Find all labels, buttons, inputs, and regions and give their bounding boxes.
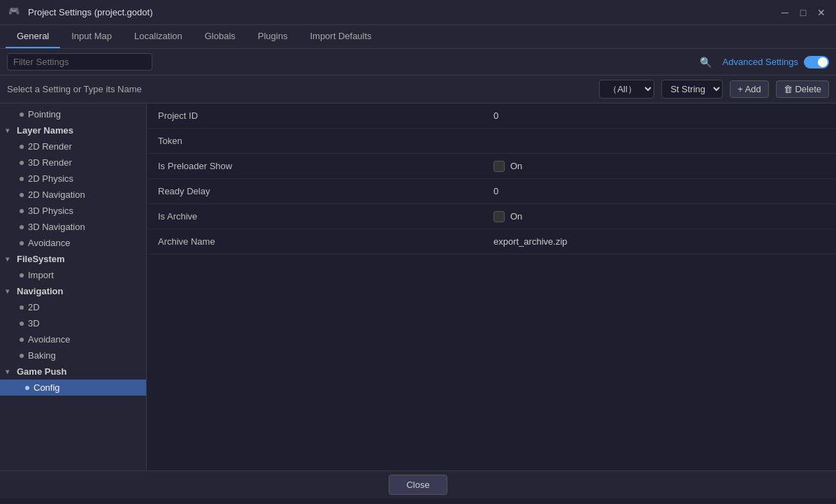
sidebar-item-game-push[interactable]: ▾ Game Push: [0, 363, 146, 380]
sidebar-item-label: 2D Physics: [28, 173, 73, 184]
dot-icon: [20, 273, 24, 278]
advanced-settings-label: Advanced Settings: [723, 57, 798, 67]
close-button[interactable]: Close: [389, 475, 447, 495]
add-button[interactable]: + Add: [730, 80, 769, 98]
tab-import-defaults[interactable]: Import Defaults: [298, 25, 382, 48]
category-select[interactable]: （All）: [599, 80, 654, 99]
sidebar-item-label: Avoidance: [28, 238, 70, 248]
tab-input-map[interactable]: Input Map: [60, 25, 123, 48]
sidebar-item-2d-physics[interactable]: 2D Physics: [0, 171, 146, 187]
content-area: Project ID 0 Token Is Preloader Show On …: [147, 103, 836, 470]
dot-icon: [20, 225, 24, 229]
main-area: Pointing ▾ Layer Names 2D Render 3D Rend…: [0, 103, 836, 470]
dot-icon: [20, 354, 24, 358]
sidebar-item-filesystem[interactable]: ▾ FileSystem: [0, 251, 146, 267]
sidebar-item-layer-names[interactable]: ▾ Layer Names: [0, 122, 146, 138]
sidebar-item-3d-navigation[interactable]: 3D Navigation: [0, 219, 146, 235]
sidebar-item-navigation[interactable]: ▾ Navigation: [0, 283, 146, 299]
sidebar-item-nav-avoidance[interactable]: Avoidance: [0, 331, 146, 347]
toolbar: 🔍 Advanced Settings: [0, 49, 836, 75]
sidebar-item-label: Pointing: [28, 109, 61, 120]
sidebar-item-3d-render[interactable]: 3D Render: [0, 154, 146, 171]
on-label-archive: On: [510, 211, 522, 222]
sidebar-item-label: 3D Render: [28, 157, 72, 168]
dot-icon: [20, 209, 24, 213]
sidebar-item-pointing[interactable]: Pointing: [0, 106, 146, 122]
dot-icon: [20, 161, 24, 165]
setting-value-is-archive: On: [482, 206, 836, 228]
setting-row-token: Token: [147, 129, 836, 154]
sidebar-item-label: Navigation: [17, 286, 63, 296]
setting-row-archive-name: Archive Name export_archive.zip: [147, 229, 836, 254]
sidebar-item-label: 2D: [28, 302, 40, 312]
sidebar-item-label: Layer Names: [17, 125, 73, 136]
dot-icon: [25, 386, 29, 390]
on-label-preloader: On: [510, 161, 522, 171]
close-button[interactable]: ✕: [815, 6, 828, 19]
setting-label-is-archive: Is Archive: [147, 206, 482, 227]
setting-label-project-id: Project ID: [147, 105, 482, 127]
checkbox-is-archive[interactable]: [493, 211, 505, 222]
setting-row-project-id: Project ID 0: [147, 103, 836, 129]
search-icon: 🔍: [700, 57, 712, 68]
dot-icon: [20, 113, 24, 117]
sidebar-item-nav-3d[interactable]: 3D: [0, 315, 146, 331]
sidebar-item-label: Avoidance: [28, 334, 70, 345]
filter-row: Select a Setting or Type its Name （All） …: [0, 75, 836, 103]
dot-icon: [20, 338, 24, 342]
sidebar-item-label: Config: [34, 382, 60, 393]
sidebar-item-2d-render[interactable]: 2D Render: [0, 138, 146, 154]
minimize-button[interactable]: ─: [779, 6, 791, 19]
setting-label-ready-delay: Ready Delay: [147, 180, 482, 202]
sidebar-item-nav-2d[interactable]: 2D: [0, 299, 146, 315]
setting-row-is-archive: Is Archive On: [147, 204, 836, 229]
sidebar-item-label: 3D: [28, 318, 40, 329]
dot-icon: [20, 241, 24, 245]
sidebar-item-import[interactable]: Import: [0, 267, 146, 283]
setting-label-archive-name: Archive Name: [147, 231, 482, 252]
setting-label-is-preloader-show: Is Preloader Show: [147, 155, 482, 177]
tab-bar: General Input Map Localization Globals P…: [0, 25, 836, 49]
tab-localization[interactable]: Localization: [123, 25, 194, 48]
sidebar-item-avoidance-layer[interactable]: Avoidance: [0, 235, 146, 251]
sidebar-item-label: Baking: [28, 350, 56, 361]
setting-label-token: Token: [147, 130, 482, 152]
sidebar: Pointing ▾ Layer Names 2D Render 3D Rend…: [0, 103, 147, 470]
advanced-settings-toggle[interactable]: [804, 56, 829, 69]
sidebar-item-label: Import: [28, 270, 54, 280]
search-input[interactable]: [7, 53, 152, 71]
sidebar-item-label: 3D Physics: [28, 206, 73, 216]
maximize-button[interactable]: □: [797, 6, 809, 19]
setting-value-archive-name: export_archive.zip: [482, 231, 836, 252]
title-bar: 🎮 Project Settings (project.godot) ─ □ ✕: [0, 0, 836, 25]
setting-value-project-id: 0: [482, 105, 836, 127]
sidebar-item-config[interactable]: Config: [0, 380, 146, 396]
bottom-bar: Close: [0, 470, 836, 498]
sidebar-item-label: 2D Render: [28, 141, 72, 152]
title-bar-left: 🎮 Project Settings (project.godot): [8, 6, 152, 20]
arrow-icon: ▾: [6, 255, 13, 263]
checkbox-is-preloader-show[interactable]: [493, 161, 505, 172]
type-select[interactable]: St String: [661, 80, 723, 99]
dot-icon: [20, 145, 24, 149]
app-icon: 🎮: [8, 6, 22, 20]
tab-plugins[interactable]: Plugins: [247, 25, 299, 48]
dot-icon: [20, 305, 24, 310]
tab-general[interactable]: General: [6, 25, 60, 48]
sidebar-item-label: FileSystem: [17, 254, 65, 264]
sidebar-item-label: 2D Navigation: [28, 189, 85, 200]
tab-globals[interactable]: Globals: [194, 25, 247, 48]
delete-button[interactable]: 🗑 Delete: [776, 80, 829, 98]
sidebar-item-label: 3D Navigation: [28, 222, 85, 232]
setting-row-is-preloader-show: Is Preloader Show On: [147, 154, 836, 179]
sidebar-item-nav-baking[interactable]: Baking: [0, 347, 146, 363]
title-bar-controls: ─ □ ✕: [779, 6, 828, 19]
window-title: Project Settings (project.godot): [28, 7, 152, 17]
dot-icon: [20, 193, 24, 197]
setting-row-ready-delay: Ready Delay 0: [147, 179, 836, 204]
sidebar-item-2d-navigation[interactable]: 2D Navigation: [0, 187, 146, 203]
arrow-icon: ▾: [6, 127, 13, 134]
sidebar-item-label: Game Push: [17, 366, 67, 377]
dot-icon: [20, 177, 24, 181]
sidebar-item-3d-physics[interactable]: 3D Physics: [0, 203, 146, 219]
